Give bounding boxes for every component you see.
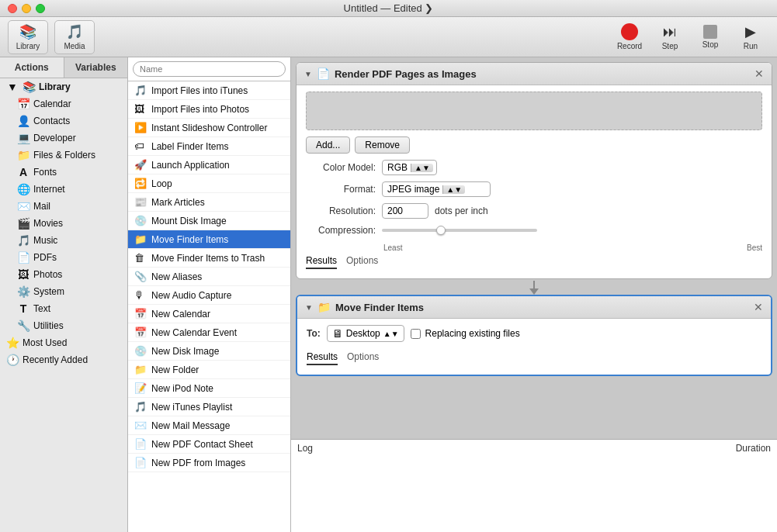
move-finder-close-btn[interactable]: ✕ [754,301,763,313]
sidebar-item-files-folders[interactable]: 📁 Files & Folders [0,147,128,164]
log-header: Log Duration [297,443,771,454]
move-finder-collapse-btn[interactable]: ▼ [305,303,313,312]
text-icon: T [17,302,29,315]
tab-actions[interactable]: Actions [0,57,64,78]
action-item-new-itunes-playlist[interactable]: 🎵 New iTunes Playlist [128,398,290,416]
render-pdf-collapse-btn[interactable]: ▼ [304,70,312,78]
photos-icon: 🖼 [17,268,29,281]
action-item-move-finder[interactable]: 📁 Move Finder Items [128,230,290,249]
replacing-checkbox[interactable] [411,329,421,339]
render-pdf-card: ▼ 📄 Render PDF Pages as Images ✕ Add... … [296,62,772,279]
stop-button[interactable]: Stop [692,20,729,54]
close-button[interactable] [8,4,17,13]
action-item-loop[interactable]: 🔁 Loop [128,174,290,193]
action-item-mount-disk[interactable]: 💿 Mount Disk Image [128,212,290,230]
action-label-instant-slideshow: Instant Slideshow Controller [151,123,267,133]
sidebar-label-mail: Mail [33,201,50,212]
action-item-new-disk-image[interactable]: 💿 New Disk Image [128,342,290,361]
calendar-icon: 📅 [17,98,29,110]
sidebar-item-library[interactable]: ▼ 📚 Library [0,78,128,95]
library-icon: 📚 [23,81,35,93]
resolution-label: Resolution: [306,206,376,216]
sidebar-item-fonts[interactable]: A Fonts [0,164,128,181]
record-label: Record [617,42,642,50]
move-finder-card-icon: 📁 [317,301,331,313]
resolution-input[interactable] [382,203,428,219]
color-model-arrow[interactable]: ▲▼ [411,164,433,172]
action-item-new-calendar-event[interactable]: 📅 New Calendar Event [128,323,290,342]
step-button[interactable]: ⏭ Step [651,20,689,54]
render-pdf-body: Add... Remove Color Model: RGB ▲▼ Format… [297,85,772,278]
render-pdf-tabs: Results Options [306,252,762,272]
action-item-mark-articles[interactable]: 📰 Mark Articles [128,193,290,212]
sidebar-label-movies: Movies [33,218,63,229]
action-item-new-aliases[interactable]: 📎 New Aliases [128,268,290,286]
action-item-import-photos[interactable]: 🖼 Import Files into Photos [128,100,290,119]
action-item-label-finder[interactable]: 🏷 Label Finder Items [128,137,290,156]
action-label-new-folder: New Folder [151,364,199,375]
sidebar-item-music[interactable]: 🎵 Music [0,232,128,249]
library-button[interactable]: 📚 Library [8,20,48,54]
to-value: Desktop [346,328,380,339]
sidebar-item-contacts[interactable]: 👤 Contacts [0,112,128,130]
run-button[interactable]: ▶ Run [732,20,769,54]
render-pdf-close-btn[interactable]: ✕ [754,67,764,80]
sidebar-item-developer[interactable]: 💻 Developer [0,130,128,147]
compression-slider[interactable] [382,229,537,232]
format-select[interactable]: JPEG image ▲▼ [382,181,491,197]
import-itunes-icon: 🎵 [134,85,147,96]
search-input[interactable] [133,61,286,77]
action-item-new-ipod-note[interactable]: 📝 New iPod Note [128,379,290,398]
sidebar-label-files: Files & Folders [33,150,95,161]
sidebar-item-recently-added[interactable]: 🕐 Recently Added [0,351,128,368]
color-model-select[interactable]: RGB ▲▼ [382,160,437,175]
sidebar-item-text[interactable]: T Text [0,300,128,317]
instant-slideshow-icon: ▶️ [134,122,147,133]
action-item-import-itunes[interactable]: 🎵 Import Files into iTunes [128,81,290,100]
sidebar-item-pdfs[interactable]: 📄 PDFs [0,249,128,266]
left-panel: Actions Variables ▼ 📚 Library 📅 Calendar… [0,57,128,532]
minimize-button[interactable] [22,4,31,13]
action-item-instant-slideshow[interactable]: ▶️ Instant Slideshow Controller [128,119,290,137]
sidebar-item-photos[interactable]: 🖼 Photos [0,266,128,283]
compression-row: Compression: [306,225,762,236]
replacing-checkbox-row: Replacing existing files [411,328,520,339]
add-button[interactable]: Add... [306,136,350,154]
action-item-new-folder[interactable]: 📁 New Folder [128,361,290,379]
to-select[interactable]: 🖥 Desktop ▲▼ [327,325,404,342]
action-item-move-finder-trash[interactable]: 🗑 Move Finder Items to Trash [128,249,290,268]
action-item-new-pdf-contact[interactable]: 📄 New PDF Contact Sheet [128,435,290,454]
tab-variables[interactable]: Variables [64,57,128,78]
action-item-new-audio[interactable]: 🎙 New Audio Capture [128,286,290,305]
sidebar-item-movies[interactable]: 🎬 Movies [0,215,128,232]
action-item-launch-app[interactable]: 🚀 Launch Application [128,156,290,174]
format-arrow[interactable]: ▲▼ [442,185,465,194]
tab-options-1[interactable]: Options [346,255,378,269]
render-pdf-header: ▼ 📄 Render PDF Pages as Images ✕ [297,63,772,85]
sidebar-item-system[interactable]: ⚙️ System [0,283,128,300]
new-itunes-playlist-icon: 🎵 [134,401,147,413]
tab-results-2[interactable]: Results [307,351,338,365]
action-item-new-calendar[interactable]: 📅 New Calendar [128,305,290,323]
search-bar [128,57,290,81]
most-used-icon: ⭐ [6,337,19,349]
media-button[interactable]: 🎵 Media [54,20,95,54]
record-icon [621,23,638,40]
maximize-button[interactable] [36,4,45,13]
action-item-new-mail-message[interactable]: ✉️ New Mail Message [128,416,290,435]
action-label-move-finder-trash: Move Finder Items to Trash [151,253,265,264]
tab-results-1[interactable]: Results [306,255,337,269]
record-button[interactable]: Record [611,20,648,54]
remove-button[interactable]: Remove [355,136,410,154]
sidebar-item-mail[interactable]: ✉️ Mail [0,198,128,215]
action-item-new-pdf-images[interactable]: 📄 New PDF from Images [128,454,290,472]
sidebar-item-calendar[interactable]: 📅 Calendar [0,95,128,112]
action-label-new-mail-message: New Mail Message [151,420,230,431]
sidebar-item-utilities[interactable]: 🔧 Utilities [0,317,128,334]
music-icon: 🎵 [17,234,29,247]
tab-options-2[interactable]: Options [347,351,379,365]
color-model-label: Color Model: [306,162,376,173]
step-icon: ⏭ [663,24,677,40]
sidebar-item-internet[interactable]: 🌐 Internet [0,181,128,198]
sidebar-item-most-used[interactable]: ⭐ Most Used [0,334,128,351]
